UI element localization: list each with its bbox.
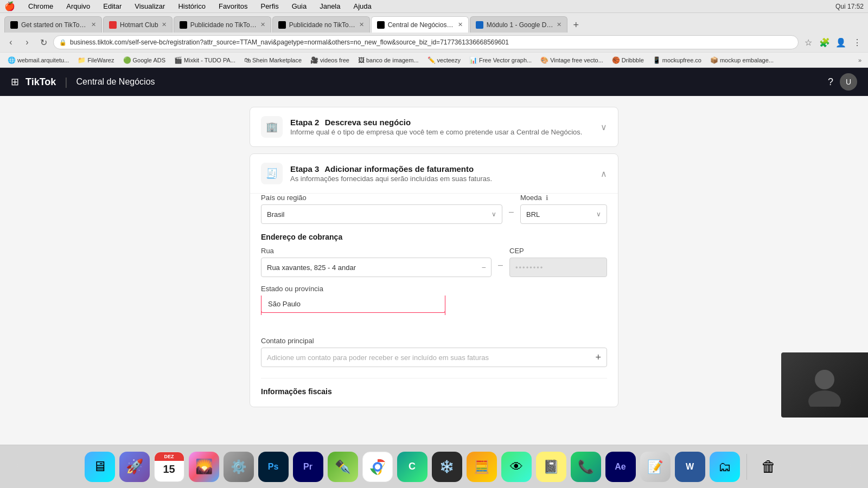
bookmark-dribbble[interactable]: 🏀Dribbble — [609, 55, 647, 65]
dock-photos[interactable]: 🌄 — [189, 452, 219, 482]
tab-1[interactable]: Get started on TikTok Ads Ma... ✕ — [4, 16, 102, 33]
dash-separator-1: – — [509, 204, 514, 224]
reload-button[interactable]: ↻ — [37, 36, 50, 49]
bookmarks-more[interactable]: » — [856, 56, 864, 65]
dock-textedit[interactable]: 📝 — [640, 452, 671, 482]
street-select[interactable]: Rua xavantes, 825 - 4 andar – — [261, 258, 492, 277]
dock-trash[interactable]: 🗑 — [754, 452, 784, 482]
dock-calculator[interactable]: 🧮 — [467, 452, 497, 482]
step-3-content: País ou região Brasil ∨ – Moeda ℹ — [250, 193, 618, 407]
bookmark-banco-imagem[interactable]: 🖼banco de imagem... — [355, 55, 422, 65]
menu-editar[interactable]: Editar — [101, 2, 124, 10]
dock-calendar[interactable]: DEZ 15 — [154, 452, 184, 482]
bookmark-star[interactable]: ☆ — [802, 36, 815, 49]
dock-premiere[interactable]: Pr — [293, 452, 323, 482]
svg-point-0 — [815, 370, 834, 389]
bookmark-shein[interactable]: 🛍Shein Marketplace — [241, 55, 305, 65]
state-section: Estado ou província São ∧ São Paulo — [261, 285, 607, 315]
menu-janela[interactable]: Janela — [317, 2, 342, 10]
dock-pencil[interactable]: ✒️ — [328, 452, 358, 482]
dock-word[interactable]: W — [675, 452, 705, 482]
cep-label: CEP — [509, 247, 607, 255]
tab-close-4[interactable]: ✕ — [359, 21, 364, 28]
address-bar[interactable]: 🔒 business.tiktok.com/self-serve-bc/regi… — [53, 35, 799, 49]
svg-point-4 — [375, 464, 380, 470]
grid-icon[interactable]: ⊞ — [11, 76, 19, 88]
tab-6[interactable]: Módulo 1 - Google Drive ✕ — [470, 16, 567, 33]
menu-guia[interactable]: Guia — [290, 2, 309, 10]
tab-favicon-3 — [180, 21, 187, 29]
tab-2[interactable]: Hotmart Club ✕ — [103, 16, 173, 33]
cep-input[interactable]: •••••••• — [509, 258, 607, 277]
new-tab-button[interactable]: + — [569, 17, 584, 33]
back-button[interactable]: ‹ — [4, 36, 17, 49]
url-text: business.tiktok.com/self-serve-bc/regist… — [70, 38, 509, 46]
tab-4[interactable]: Publicidade no TikTok | Anún... ✕ — [272, 16, 370, 33]
tab-3[interactable]: Publicidade no TikTok | Anún... ✕ — [174, 16, 271, 33]
state-option-sao-paulo[interactable]: São Paulo — [261, 296, 445, 312]
currency-select[interactable]: BRL ∨ — [520, 204, 607, 224]
tab-close-5[interactable]: ✕ — [458, 21, 463, 28]
tab-close-2[interactable]: ✕ — [162, 21, 167, 28]
tab-close-3[interactable]: ✕ — [260, 21, 265, 28]
step-2-header[interactable]: 🏢 Etapa 2 Descreva seu negócio Informe q… — [250, 107, 618, 146]
tiktok-header: ⊞ TikTok | Central de Negócios ? U — [0, 68, 868, 96]
pip-video — [781, 352, 868, 418]
bookmark-vecteezy[interactable]: ✏️vecteezy — [424, 55, 464, 65]
more-button[interactable]: ⋮ — [851, 36, 864, 49]
tab-close-1[interactable]: ✕ — [91, 21, 96, 28]
help-icon[interactable]: ? — [828, 76, 833, 88]
dock-aftereffects[interactable]: Ae — [605, 452, 636, 482]
menu-favoritos[interactable]: Favoritos — [216, 2, 250, 10]
menu-ajuda[interactable]: Ajuda — [351, 2, 373, 10]
step-2-toggle[interactable]: ∨ — [601, 122, 607, 132]
bookmark-google-ads[interactable]: 🟢Google ADS — [120, 55, 169, 65]
step-3-icon: 🧾 — [261, 163, 283, 184]
bookmark-vintage[interactable]: 🎨Vintage free vecto... — [537, 55, 607, 65]
step-3-header[interactable]: 🧾 Etapa 3 Adicionar informações de fatur… — [250, 154, 618, 193]
apple-menu[interactable]: 🍎 — [4, 1, 15, 11]
currency-info-icon[interactable]: ℹ — [546, 194, 548, 202]
street-group: Rua Rua xavantes, 825 - 4 andar – — [261, 247, 492, 277]
country-select[interactable]: Brasil ∨ — [261, 204, 502, 224]
dock-launchpad[interactable]: 🚀 — [119, 452, 150, 482]
dock-chrome[interactable] — [362, 452, 393, 482]
tab-close-6[interactable]: ✕ — [557, 21, 561, 28]
dock-systemprefs[interactable]: ⚙️ — [224, 452, 254, 482]
dock-cachly[interactable]: C — [397, 452, 427, 482]
contact-plus-icon[interactable]: + — [595, 352, 601, 363]
menu-perfis[interactable]: Perfis — [258, 2, 280, 10]
bookmark-mockup[interactable]: 📦mockup embalage... — [707, 55, 777, 65]
bookmark-free-vector[interactable]: 📊Free Vector graph... — [466, 55, 535, 65]
dock-preview[interactable]: 👁 — [501, 452, 532, 482]
dock-finder2[interactable]: 🗂 — [710, 452, 740, 482]
menu-chrome[interactable]: Chrome — [26, 2, 55, 10]
dock-finder[interactable]: 🖥 — [85, 452, 115, 482]
contact-row[interactable]: Adicione um contato para poder receber e… — [261, 348, 607, 367]
step-2-number: Etapa 2 — [290, 118, 319, 127]
step-3-title: Etapa 3 Adicionar informações de faturam… — [290, 164, 593, 174]
dock-whatsapp[interactable]: 📞 — [571, 452, 601, 482]
dock-coolmaster[interactable]: ❄️ — [432, 452, 462, 482]
bookmark-mockupfree[interactable]: 📱mockupfree.co — [649, 55, 705, 65]
step-3-toggle[interactable]: ∧ — [601, 169, 607, 179]
bookmark-filewarez[interactable]: 📁FileWarez — [74, 55, 117, 65]
forward-button[interactable]: › — [21, 36, 34, 49]
menu-visualizar[interactable]: Visualizar — [132, 2, 167, 10]
dock-photoshop[interactable]: Ps — [258, 452, 289, 482]
menu-historico[interactable]: Histórico — [176, 2, 208, 10]
bookmark-webmail[interactable]: 🌐webmail.arquitetu... — [4, 55, 72, 65]
browser-chrome: Get started on TikTok Ads Ma... ✕ Hotmar… — [0, 13, 868, 68]
bookmark-mixkit[interactable]: 🎬Mixkit - TUDO PA... — [171, 55, 239, 65]
street-chevron: – — [482, 264, 486, 271]
dock-notes[interactable]: 📓 — [536, 452, 566, 482]
menu-arquivo[interactable]: Arquivo — [64, 2, 92, 10]
tab-5[interactable]: Central de Negócios do TikTok ✕ — [371, 16, 469, 33]
country-label: País ou região — [261, 194, 502, 202]
currency-chevron: ∨ — [596, 210, 601, 218]
bookmark-videos-free[interactable]: 🎥videos free — [307, 55, 353, 65]
profile-button[interactable]: 👤 — [834, 36, 847, 49]
user-avatar[interactable]: U — [840, 73, 857, 91]
extension-button[interactable]: 🧩 — [818, 36, 831, 49]
video-pip[interactable] — [781, 352, 868, 418]
